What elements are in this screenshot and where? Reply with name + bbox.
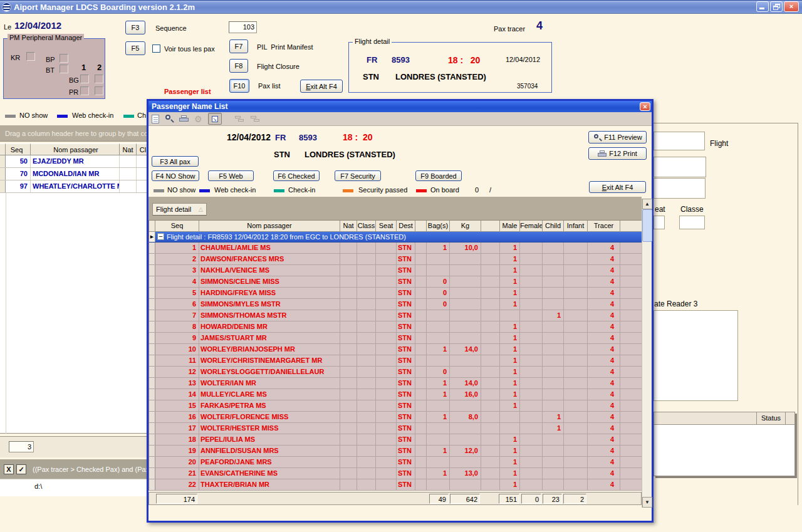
minimize-button[interactable] [756, 1, 769, 12]
group-by-hint-bar[interactable]: Drag a column header here to group by th… [0, 125, 149, 142]
page-setup-icon[interactable] [152, 115, 159, 123]
kr-box[interactable] [26, 52, 35, 61]
passenger-row[interactable]: 7SIMMONS/THOMAS MSTRSTN14 [149, 310, 642, 321]
f9-boarded-button[interactable]: F9 Boarded [415, 170, 462, 181]
passenger-row[interactable]: 21EVANS/CATHERINE MSSTN113,014 [149, 468, 642, 479]
pnl-column-header[interactable]: Nat [340, 221, 357, 232]
clear-filter-button[interactable]: X [4, 464, 14, 474]
passenger-row[interactable]: 18PEPEL/IULIA MSSTN14 [149, 434, 642, 446]
pnl-column-header[interactable] [481, 221, 500, 232]
input-box-3[interactable] [654, 178, 706, 199]
classe-input[interactable] [679, 216, 705, 229]
bg-passenger-row[interactable]: 50EJAZ/EDDY MR [0, 155, 149, 168]
sequence-input[interactable]: 103 [229, 21, 257, 33]
voir-tous-checkbox[interactable] [152, 44, 160, 53]
passenger-row[interactable]: 11WORLEY/CHRISTINEMARGARET MRSTN14 [149, 355, 642, 367]
passenger-row[interactable]: 15FARKAS/PETRA MSSTN14 [149, 400, 642, 412]
f10-button[interactable]: F10 [229, 79, 249, 93]
group-collapse-icon[interactable] [251, 115, 261, 123]
f11-preview-button[interactable]: F11 Preview [588, 131, 647, 143]
pnl-title: Passenger Name List [152, 102, 227, 111]
passenger-row[interactable]: 9JAMES/STUART MRSTN14 [149, 333, 642, 344]
preview-icon[interactable] [165, 115, 174, 123]
pnl-column-header[interactable]: Seq [155, 221, 199, 232]
pnl-column-header[interactable]: Tracer [588, 221, 620, 232]
pnl-column-header[interactable]: Female [520, 221, 543, 232]
passenger-row[interactable]: 19ANNFIELD/SUSAN MRSSTN112,014 [149, 446, 642, 457]
pr-box-1[interactable] [80, 86, 89, 95]
bg-passenger-row[interactable]: 97WHEATLEY/CHARLOTTE MS [0, 180, 149, 193]
bg-col-nat[interactable]: Nat [120, 143, 137, 155]
bg-box-2[interactable] [95, 75, 103, 83]
f12-print-button[interactable]: F12 Print [588, 147, 647, 160]
bg-col-nom[interactable]: Nom passager [31, 143, 120, 155]
scroll-down-button[interactable]: ▼ [642, 497, 652, 508]
pnl-column-header[interactable]: Seat [376, 221, 397, 232]
group-row[interactable]: ▶ – Flight detail : FR8593 12/04/2012 18… [149, 232, 642, 243]
filter-checkbox[interactable]: ✓ [16, 464, 26, 474]
passenger-row[interactable]: 13WOLTER/IAN MRSTN114,014 [149, 378, 642, 389]
pnl-column-header[interactable]: Bag(s) [427, 221, 450, 232]
passenger-row[interactable]: 6SIMMONS/MYLES MSTRSTN014 [149, 299, 642, 310]
f3-button[interactable]: F3 [125, 21, 145, 34]
f6-checked-button[interactable]: F6 Checked [273, 170, 320, 181]
f8-button[interactable]: F8 [229, 59, 248, 73]
passenger-row[interactable]: 20PEAFORD/JANE MRSSTN14 [149, 457, 642, 468]
pr-box-2[interactable] [95, 86, 103, 95]
flight-input[interactable] [654, 132, 705, 150]
bp-box[interactable] [60, 54, 68, 63]
restore-button[interactable] [770, 1, 783, 12]
bg-col-seq[interactable]: Seq [6, 143, 31, 155]
passenger-row[interactable]: 12WORLEYSLOGGETT/DANIELLELAURSTN014 [149, 367, 642, 378]
group-expand-icon[interactable] [235, 115, 245, 123]
passenger-row[interactable]: 3NAKHLA/VENICE MSSTN14 [149, 265, 642, 276]
passenger-row[interactable]: 16WOLTER/FLORENCE MISSSTN18,014 [149, 412, 642, 423]
bg-passenger-row[interactable]: 70MCDONALD/IAN MR [0, 168, 149, 180]
input-box-2[interactable] [654, 157, 706, 177]
passenger-row[interactable]: 8HOWARD/DENIS MRSTN14 [149, 321, 642, 333]
exit-button-main[interactable]: Exit Alt F4 [300, 80, 343, 93]
passenger-row[interactable]: 22THAXTER/BRIAN MRSTN14 [149, 479, 642, 491]
grid-cell [376, 254, 397, 264]
f7-button[interactable]: F7 [229, 39, 248, 53]
bt-box[interactable] [60, 65, 68, 73]
f5-web-button[interactable]: F5 Web [208, 170, 254, 181]
settings-gear-icon[interactable]: ⚙ [194, 115, 202, 123]
bg-box-1[interactable] [80, 75, 89, 83]
pnl-column-header[interactable]: Dest [397, 221, 415, 232]
f3-all-pax-button[interactable]: F3 All pax [152, 156, 199, 167]
f5-button[interactable]: F5 [125, 41, 145, 55]
scroll-thumb[interactable] [642, 209, 652, 242]
group-tab-flight-detail[interactable]: Flight detail △ [152, 203, 207, 216]
f4-noshow-button[interactable]: F4 NO Show [152, 170, 199, 181]
pnl-column-header[interactable]: Kg [450, 221, 481, 232]
pnl-exit-button[interactable]: Exit Alt F4 [589, 181, 646, 193]
grid-cell [357, 254, 376, 264]
passenger-row[interactable]: 17WOLTER/HESTER MISSSTN14 [149, 423, 642, 434]
pnl-column-header[interactable]: Infant [564, 221, 588, 232]
pnl-column-header[interactable]: Nom passager [199, 221, 340, 232]
export-icon[interactable]: ↘ [208, 113, 222, 125]
grid-cell [427, 265, 450, 276]
f7-security-button[interactable]: F7 Security [335, 170, 381, 181]
passenger-row[interactable]: 4SIMMONS/CELINE MISSSTN014 [149, 276, 642, 288]
passenger-row[interactable]: 2DAWSON/FRANCES MRSSTN14 [149, 254, 642, 265]
scroll-up-button[interactable]: ▲ [642, 199, 652, 209]
pnl-column-header[interactable] [415, 221, 427, 232]
passenger-row[interactable]: 5HARDING/FREYA MISSSTN014 [149, 288, 642, 299]
pnl-column-header[interactable]: Class [357, 221, 376, 232]
passenger-row[interactable]: 1CHAUMEL/AMLIE MSSTN110,014 [149, 243, 642, 254]
pnl-close-button[interactable]: × [640, 102, 650, 111]
grid-vertical-scrollbar[interactable]: ▲ ▼ [642, 199, 652, 508]
passenger-row[interactable]: 10WORLEY/BRIANJOSEPH MRSTN114,014 [149, 344, 642, 355]
pnl-column-header[interactable]: Child [543, 221, 564, 232]
status-column-header[interactable]: Status [757, 412, 786, 424]
collapse-group-icon[interactable]: – [157, 233, 164, 240]
print-icon[interactable] [179, 115, 189, 123]
pnl-column-header[interactable] [620, 221, 642, 232]
grid-indicator-header[interactable] [149, 221, 155, 232]
close-button[interactable]: × [784, 1, 799, 12]
passenger-row[interactable]: 14MULLEY/CLARE MSSTN116,014 [149, 389, 642, 400]
pnl-column-header[interactable]: Male [500, 221, 520, 232]
seat-input[interactable] [654, 216, 665, 229]
